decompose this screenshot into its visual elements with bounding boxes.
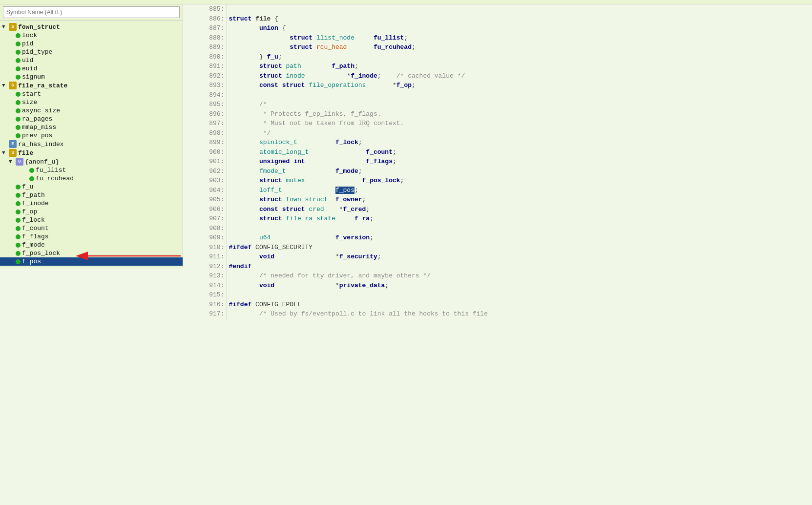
field-icon [15,200,21,207]
code-row: 898: */ [183,128,812,138]
item-label-fown_struct: fown_struct [18,23,60,31]
tree-item-file[interactable]: ▼S file [0,148,183,157]
tree-item-f_flags[interactable]: f_flags [0,232,183,241]
code-row: 895: /* [183,100,812,109]
code-row: 916:#ifdef CONFIG_EPOLL [183,300,812,310]
code-row: 908: [183,224,812,233]
item-label-async_size: async_size [22,107,60,114]
field-icon [15,73,21,80]
tree-item-fown_struct[interactable]: ▼S fown_struct [0,22,183,31]
tree-item-signum[interactable]: signum [0,73,183,81]
line-content [227,90,812,100]
field-icon [15,191,21,198]
tree-item-f_count[interactable]: f_count [0,224,183,232]
code-row: 886:struct file { [183,14,812,24]
line-number: 899: [183,138,227,147]
search-input[interactable] [3,6,180,18]
tree-item-euid[interactable]: euid [0,64,183,73]
line-content: struct mutex f_pos_lock; [227,176,812,186]
field-icon [15,208,21,215]
search-box[interactable] [0,4,183,21]
field-icon [15,132,21,139]
field-icon [15,250,21,256]
line-number: 895: [183,100,227,109]
tree-item-ra_pages[interactable]: ra_pages [0,115,183,123]
code-row: 909: u64 f_version; [183,233,812,243]
tree-item-anonf_u[interactable]: ▼U {anonf_u} [0,157,183,166]
tree-item-f_u[interactable]: f_u [0,183,183,191]
tree-item-mmap_miss[interactable]: mmap_miss [0,123,183,131]
field-icon [15,124,21,130]
line-number: 890: [183,52,227,62]
line-number: 910: [183,243,227,252]
line-content: struct file { [227,14,812,24]
tree-item-f_pos_lock[interactable]: f_pos_lock [0,249,183,257]
line-number: 893: [183,81,227,90]
code-row: 915: [183,290,812,300]
field-icon [28,175,35,182]
tree-item-fu_rcuhead[interactable]: fu_rcuhead [0,174,183,183]
line-content: void *f_security; [227,252,812,262]
tree-item-f_path[interactable]: f_path [0,191,183,199]
tree-item-start[interactable]: start [0,90,183,98]
line-content [227,4,812,14]
toggle-icon: ▼ [2,24,9,30]
field-icon [15,107,21,114]
line-number: 917: [183,309,227,319]
line-number: 905: [183,195,227,205]
line-number: 911: [183,252,227,262]
tree-item-ra_has_index[interactable]: E ra_has_index [0,140,183,148]
field-icon [15,57,21,63]
line-content: } f_u; [227,52,812,62]
line-content: loff_t f_pos; [227,186,812,195]
line-number: 902: [183,167,227,176]
tree-item-f_mode[interactable]: f_mode [0,241,183,249]
tree-item-fu_llist[interactable]: fu_llist [0,166,183,174]
tree-item-pid_type[interactable]: pid_type [0,48,183,56]
tree-item-file_ra_state[interactable]: ▼S file_ra_state [0,81,183,90]
code-row: 888: struct llist_node fu_llist; [183,33,812,43]
item-label-fu_rcuhead: fu_rcuhead [36,175,74,182]
tree-item-f_lock[interactable]: f_lock [0,216,183,224]
code-row: 912:#endif [183,262,812,272]
code-row: 897: * Must not be taken from IRQ contex… [183,119,812,128]
line-number: 886: [183,14,227,24]
code-row: 889: struct rcu_head fu_rcuhead; [183,42,812,52]
line-content: */ [227,128,812,138]
item-label-f_u: f_u [22,183,33,190]
field-icon [15,90,21,97]
symbol-tree: ▼S fown_struct lock pid pid_type uid eui… [0,21,183,268]
tree-item-prev_pos[interactable]: prev_pos [0,131,183,140]
tree-item-f_op[interactable]: f_op [0,208,183,216]
union-icon: U [16,158,23,166]
field-icon [15,216,21,223]
item-label-uid: uid [22,57,33,64]
item-label-f_flags: f_flags [22,233,49,240]
line-content: #ifdef CONFIG_EPOLL [227,300,812,310]
code-row: 893: const struct file_operations *f_op; [183,81,812,90]
item-label-f_path: f_path [22,191,45,199]
item-label-f_mode: f_mode [22,241,45,249]
tree-item-lock[interactable]: lock [0,31,183,40]
code-row: 917: /* Used by fs/eventpoll.c to link a… [183,309,812,319]
item-label-size: size [22,99,37,106]
tree-item-async_size[interactable]: async_size [0,106,183,115]
tree-item-size[interactable]: size [0,98,183,106]
line-number: 901: [183,157,227,167]
toggle-icon: ▼ [2,150,9,156]
tree-item-pid[interactable]: pid [0,40,183,48]
line-number: 898: [183,128,227,138]
field-icon [15,233,21,240]
line-number: 909: [183,233,227,243]
line-number: 891: [183,62,227,71]
item-label-ra_has_index: ra_has_index [18,141,64,148]
line-content: const struct file_operations *f_op; [227,81,812,90]
item-label-pid: pid [22,40,33,47]
tree-item-f_inode[interactable]: f_inode [0,199,183,208]
line-content: spinlock_t f_lock; [227,138,812,147]
tree-item-uid[interactable]: uid [0,56,183,64]
item-label-file: file [18,149,33,157]
tree-item-f_pos[interactable]: f_pos [0,257,183,266]
code-row: 913: /* needed for tty driver, and maybe… [183,271,812,281]
item-label-pid_type: pid_type [22,48,52,56]
